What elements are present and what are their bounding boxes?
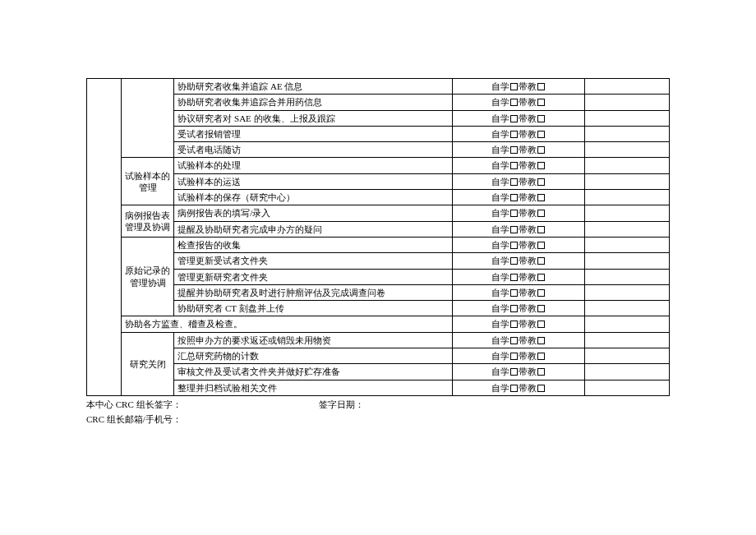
tutor-checkbox[interactable] xyxy=(537,385,545,392)
self-study-label: 自学 xyxy=(491,383,509,393)
self-study-checkbox[interactable] xyxy=(510,83,518,90)
remark-cell xyxy=(584,158,669,173)
tutor-label: 带教 xyxy=(519,113,537,123)
self-study-label: 自学 xyxy=(491,240,509,250)
self-study-label: 自学 xyxy=(491,256,509,265)
self-study-checkbox[interactable] xyxy=(510,337,518,344)
tutor-label: 带教 xyxy=(519,192,537,202)
tutor-label: 带教 xyxy=(519,272,537,282)
method-cell: 自学带教 xyxy=(453,158,584,173)
tutor-checkbox[interactable] xyxy=(537,242,545,249)
self-study-checkbox[interactable] xyxy=(510,289,518,297)
tutor-checkbox[interactable] xyxy=(537,115,545,122)
tutor-label: 带教 xyxy=(519,351,537,361)
self-study-checkbox[interactable] xyxy=(510,99,518,106)
task-cell: 提醒及协助研究者完成申办方的疑问 xyxy=(174,221,453,237)
self-study-checkbox[interactable] xyxy=(510,226,518,233)
footer-line-2: CRC 组长邮箱/手机号： xyxy=(86,411,670,427)
remark-cell xyxy=(584,173,669,189)
self-study-label: 自学 xyxy=(491,97,509,107)
method-cell: 自学带教 xyxy=(453,284,584,300)
self-study-label: 自学 xyxy=(491,208,509,218)
tutor-label: 带教 xyxy=(519,383,537,393)
category-cell: 原始记录的管理协调 xyxy=(122,237,174,316)
tutor-checkbox[interactable] xyxy=(537,368,545,376)
self-study-label: 自学 xyxy=(491,224,509,234)
tutor-checkbox[interactable] xyxy=(537,305,545,312)
self-study-label: 自学 xyxy=(491,288,509,297)
tutor-label: 带教 xyxy=(519,303,537,313)
method-cell: 自学带教 xyxy=(453,253,584,269)
self-study-label: 自学 xyxy=(491,335,509,345)
tutor-checkbox[interactable] xyxy=(537,146,545,154)
tutor-checkbox[interactable] xyxy=(537,210,545,217)
tutor-label: 带教 xyxy=(519,335,537,345)
self-study-label: 自学 xyxy=(491,177,509,187)
remark-cell xyxy=(584,126,669,141)
self-study-checkbox[interactable] xyxy=(510,321,518,328)
self-study-checkbox[interactable] xyxy=(510,131,518,138)
tutor-checkbox[interactable] xyxy=(537,99,545,106)
self-study-label: 自学 xyxy=(491,272,509,282)
tutor-checkbox[interactable] xyxy=(537,353,545,360)
remark-cell xyxy=(584,205,669,221)
self-study-checkbox[interactable] xyxy=(510,115,518,122)
task-cell: 检查报告的收集 xyxy=(174,237,453,252)
task-cell: 协助研究者收集并追踪 AE 信息 xyxy=(174,79,453,95)
self-study-checkbox[interactable] xyxy=(510,242,518,249)
remark-cell xyxy=(584,364,669,380)
tutor-checkbox[interactable] xyxy=(537,131,545,138)
tutor-checkbox[interactable] xyxy=(537,162,545,169)
tutor-checkbox[interactable] xyxy=(537,257,545,265)
remark-cell xyxy=(584,237,669,252)
tutor-label: 带教 xyxy=(519,177,537,187)
tutor-checkbox[interactable] xyxy=(537,194,545,201)
self-study-label: 自学 xyxy=(491,145,509,155)
task-cell: 试验样本的处理 xyxy=(174,158,453,173)
tutor-checkbox[interactable] xyxy=(537,289,545,297)
tutor-label: 带教 xyxy=(519,97,537,107)
method-cell: 自学带教 xyxy=(453,269,584,284)
self-study-checkbox[interactable] xyxy=(510,194,518,201)
remark-cell xyxy=(584,95,669,110)
task-cell: 受试者报销管理 xyxy=(174,126,453,141)
remark-cell xyxy=(584,110,669,126)
tutor-checkbox[interactable] xyxy=(537,178,545,186)
method-cell: 自学带教 xyxy=(453,221,584,237)
tutor-checkbox[interactable] xyxy=(537,321,545,328)
self-study-checkbox[interactable] xyxy=(510,162,518,169)
remark-cell xyxy=(584,301,669,316)
remark-cell xyxy=(584,190,669,205)
tutor-checkbox[interactable] xyxy=(537,274,545,281)
self-study-checkbox[interactable] xyxy=(510,178,518,186)
tutor-label: 带教 xyxy=(519,81,537,91)
tutor-label: 带教 xyxy=(519,208,537,218)
signature-label: 本中心 CRC 组长签字： xyxy=(86,398,316,412)
self-study-checkbox[interactable] xyxy=(510,257,518,265)
tutor-label: 带教 xyxy=(519,224,537,234)
method-cell: 自学带教 xyxy=(453,205,584,221)
task-cell: 协议研究者对 SAE 的收集、上报及跟踪 xyxy=(174,110,453,126)
remark-cell xyxy=(584,284,669,300)
method-cell: 自学带教 xyxy=(453,142,584,158)
self-study-checkbox[interactable] xyxy=(510,368,518,376)
left-spacer xyxy=(87,79,122,396)
remark-cell xyxy=(584,253,669,269)
remark-cell xyxy=(584,269,669,284)
tutor-checkbox[interactable] xyxy=(537,337,545,344)
tutor-checkbox[interactable] xyxy=(537,226,545,233)
tutor-label: 带教 xyxy=(519,240,537,250)
category-cell xyxy=(122,79,174,158)
task-cell: 按照申办方的要求返还或销毁未用物资 xyxy=(174,332,453,348)
remark-cell xyxy=(584,79,669,95)
remark-cell xyxy=(584,316,669,332)
full-row-text: 协助各方监查、稽查及检查。 xyxy=(122,316,453,332)
self-study-checkbox[interactable] xyxy=(510,353,518,360)
tutor-checkbox[interactable] xyxy=(537,83,545,90)
self-study-checkbox[interactable] xyxy=(510,274,518,281)
self-study-checkbox[interactable] xyxy=(510,210,518,217)
self-study-label: 自学 xyxy=(491,303,509,313)
self-study-checkbox[interactable] xyxy=(510,146,518,154)
self-study-checkbox[interactable] xyxy=(510,385,518,392)
self-study-checkbox[interactable] xyxy=(510,305,518,312)
